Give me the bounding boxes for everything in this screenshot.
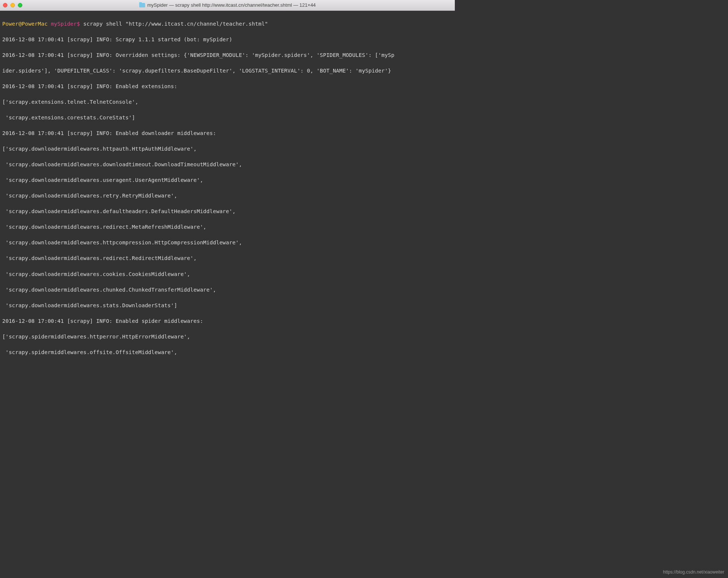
terminal-body[interactable]: Power@PowerMac mySpider$ scrapy shell "h… [0,11,455,361]
log-line: ['scrapy.spidermiddlewares.httperror.Htt… [2,333,453,341]
log-line: 'scrapy.downloadermiddlewares.redirect.M… [2,223,453,231]
log-line: ['scrapy.extensions.telnet.TelnetConsole… [2,98,453,106]
log-line: 'scrapy.downloadermiddlewares.stats.Down… [2,302,453,309]
log-line: 'scrapy.downloadermiddlewares.httpcompre… [2,239,453,247]
maximize-button[interactable] [18,3,22,7]
log-line: 'scrapy.downloadermiddlewares.downloadti… [2,161,453,168]
log-line: 'scrapy.downloadermiddlewares.defaulthea… [2,208,453,215]
terminal-window: mySpider — scrapy shell http://www.itcas… [0,0,455,361]
prompt-line: Power@PowerMac mySpider$ scrapy shell "h… [2,20,453,28]
folder-icon [139,3,145,7]
prompt-dir: mySpider [51,21,77,27]
log-line: 'scrapy.downloadermiddlewares.useragent.… [2,176,453,184]
window-title: mySpider — scrapy shell http://www.itcas… [147,1,316,9]
log-line: 2016-12-08 17:00:41 [scrapy] INFO: Enabl… [2,83,453,90]
log-line: 2016-12-08 17:00:41 [scrapy] INFO: Scrap… [2,36,453,44]
log-line: 'scrapy.downloadermiddlewares.chunked.Ch… [2,286,453,294]
log-line: ['scrapy.downloadermiddlewares.httpauth.… [2,145,453,153]
log-line: 'scrapy.downloadermiddlewares.redirect.R… [2,254,453,262]
log-line: 'scrapy.downloadermiddlewares.retry.Retr… [2,192,453,200]
log-line: 2016-12-08 17:00:41 [scrapy] INFO: Enabl… [2,129,453,137]
traffic-lights [3,3,22,7]
log-line: 2016-12-08 17:00:41 [scrapy] INFO: Enabl… [2,317,453,325]
log-line: 'scrapy.extensions.corestats.CoreStats'] [2,114,453,122]
log-line: 'scrapy.downloadermiddlewares.cookies.Co… [2,270,453,278]
titlebar[interactable]: mySpider — scrapy shell http://www.itcas… [0,0,455,11]
prompt-user: Power@PowerMac [2,21,48,27]
prompt-symbol: $ [77,21,80,27]
log-line: 2016-12-08 17:00:41 [scrapy] INFO: Overr… [2,51,453,59]
close-button[interactable] [3,3,7,7]
minimize-button[interactable] [10,3,15,7]
window-title-container: mySpider — scrapy shell http://www.itcas… [0,1,455,9]
prompt-command: scrapy shell "http://www.itcast.cn/chann… [83,21,268,27]
log-line: ider.spiders'], 'DUPEFILTER_CLASS': 'scr… [2,67,453,75]
log-line: 'scrapy.spidermiddlewares.offsite.Offsit… [2,349,453,356]
